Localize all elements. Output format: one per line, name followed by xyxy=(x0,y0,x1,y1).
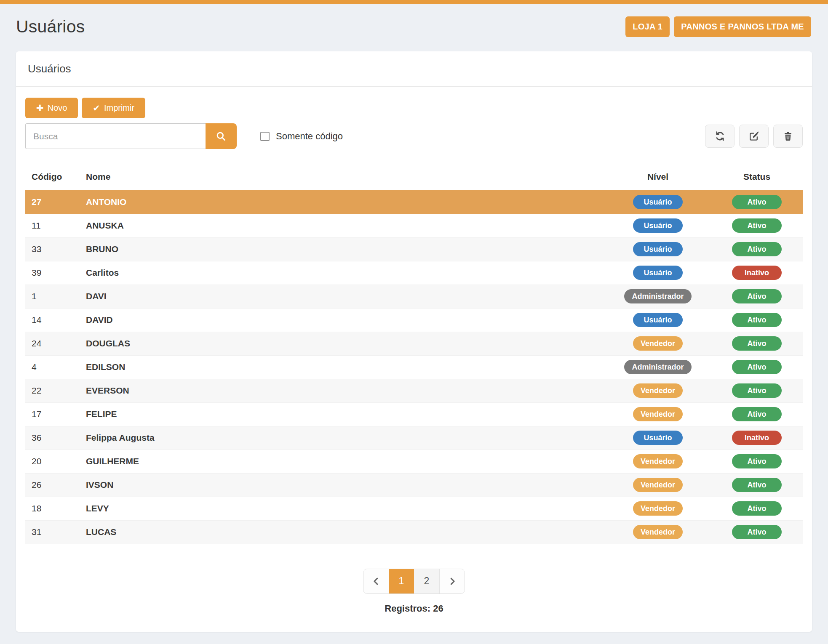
level-badge: Usuário xyxy=(633,242,683,256)
table-row[interactable]: 26 IVSON Vendedor Ativo xyxy=(25,473,803,497)
only-code-group: Somente código xyxy=(260,131,343,142)
print-button-label: Imprimir xyxy=(104,103,134,113)
user-code: 18 xyxy=(25,497,86,520)
delete-button[interactable] xyxy=(773,125,803,148)
card-title: Usuários xyxy=(16,51,812,87)
level-badge: Vendedor xyxy=(633,407,683,421)
icon-actions xyxy=(705,125,803,148)
trash-icon xyxy=(783,131,793,141)
check-icon: ✔ xyxy=(93,104,100,112)
user-name: GUILHERME xyxy=(86,450,605,473)
user-code: 20 xyxy=(25,450,86,473)
table-row[interactable]: 22 EVERSON Vendedor Ativo xyxy=(25,379,803,402)
search-icon xyxy=(216,131,227,142)
toolbar: ✚ Novo ✔ Imprimir xyxy=(25,98,803,118)
user-name: IVSON xyxy=(86,473,605,497)
status-badge: Ativo xyxy=(732,289,782,303)
users-card: Usuários ✚ Novo ✔ Imprimir xyxy=(16,51,812,632)
company-button[interactable]: PANNOS E PANNOS LTDA ME xyxy=(674,16,811,37)
page-title: Usuários xyxy=(16,17,85,37)
column-header-level: Nível xyxy=(605,167,711,190)
status-badge: Ativo xyxy=(732,218,782,233)
user-code: 31 xyxy=(25,520,86,544)
search-group xyxy=(25,123,237,149)
user-code: 36 xyxy=(25,426,86,450)
level-badge: Vendedor xyxy=(633,336,683,351)
page-header: Usuários LOJA 1 PANNOS E PANNOS LTDA ME xyxy=(0,4,828,51)
table-row[interactable]: 18 LEVY Vendedor Ativo xyxy=(25,497,803,520)
table-row[interactable]: 39 Carlitos Usuário Inativo xyxy=(25,261,803,285)
level-badge: Vendedor xyxy=(633,478,683,492)
table-row[interactable]: 33 BRUNO Usuário Ativo xyxy=(25,237,803,261)
new-button[interactable]: ✚ Novo xyxy=(25,98,78,118)
user-name: ANTONIO xyxy=(86,190,605,214)
top-accent-bar xyxy=(0,0,828,4)
level-badge: Usuário xyxy=(633,266,683,280)
user-code: 4 xyxy=(25,355,86,379)
table-row[interactable]: 11 ANUSKA Usuário Ativo xyxy=(25,214,803,237)
user-name: LUCAS xyxy=(86,520,605,544)
status-badge: Ativo xyxy=(732,383,782,398)
level-badge: Vendedor xyxy=(633,383,683,398)
level-badge: Usuário xyxy=(633,195,683,209)
card-body: ✚ Novo ✔ Imprimir xyxy=(16,87,812,614)
user-code: 1 xyxy=(25,285,86,308)
status-badge: Ativo xyxy=(732,242,782,256)
table-row[interactable]: 27 ANTONIO Usuário Ativo xyxy=(25,190,803,214)
edit-button[interactable] xyxy=(739,125,769,148)
table-row[interactable]: 17 FELIPE Vendedor Ativo xyxy=(25,402,803,426)
user-name: FELIPE xyxy=(86,402,605,426)
print-button[interactable]: ✔ Imprimir xyxy=(82,98,145,118)
level-badge: Vendedor xyxy=(633,525,683,539)
search-button[interactable] xyxy=(206,123,237,149)
pagination-page-2[interactable]: 2 xyxy=(414,569,439,593)
status-badge: Ativo xyxy=(732,313,782,327)
level-badge: Vendedor xyxy=(633,454,683,468)
user-name: DAVID xyxy=(86,308,605,332)
refresh-icon xyxy=(715,131,725,141)
only-code-checkbox[interactable] xyxy=(260,132,270,141)
table-row[interactable]: 31 LUCAS Vendedor Ativo xyxy=(25,520,803,544)
new-button-label: Novo xyxy=(48,103,67,113)
table-row[interactable]: 24 DOUGLAS Vendedor Ativo xyxy=(25,332,803,355)
level-badge: Usuário xyxy=(633,218,683,233)
column-header-status: Status xyxy=(711,167,803,190)
level-badge: Administrador xyxy=(624,360,691,374)
user-name: EDILSON xyxy=(86,355,605,379)
status-badge: Ativo xyxy=(732,407,782,421)
status-badge: Ativo xyxy=(732,454,782,468)
refresh-button[interactable] xyxy=(705,125,735,148)
user-name: EVERSON xyxy=(86,379,605,402)
user-name: DOUGLAS xyxy=(86,332,605,355)
status-badge: Ativo xyxy=(732,525,782,539)
user-code: 14 xyxy=(25,308,86,332)
table-row[interactable]: 14 DAVID Usuário Ativo xyxy=(25,308,803,332)
table-row[interactable]: 4 EDILSON Administrador Ativo xyxy=(25,355,803,379)
store-button[interactable]: LOJA 1 xyxy=(625,16,670,37)
pagination-next-button[interactable] xyxy=(439,569,465,593)
table-row[interactable]: 20 GUILHERME Vendedor Ativo xyxy=(25,450,803,473)
column-header-name: Nome xyxy=(86,167,605,190)
table-row[interactable]: 36 Felippa Augusta Usuário Inativo xyxy=(25,426,803,450)
plus-icon: ✚ xyxy=(36,104,44,112)
status-badge: Inativo xyxy=(732,431,782,445)
status-badge: Ativo xyxy=(732,478,782,492)
level-badge: Usuário xyxy=(633,431,683,445)
status-badge: Ativo xyxy=(732,336,782,351)
pagination-area: 12 Registros: 26 xyxy=(25,569,803,614)
pagination-page-1[interactable]: 1 xyxy=(389,569,414,593)
pagination: 12 xyxy=(363,569,465,594)
edit-icon xyxy=(749,131,759,141)
chevron-right-icon xyxy=(448,577,457,586)
status-badge: Inativo xyxy=(732,266,782,280)
level-badge: Vendedor xyxy=(633,501,683,516)
search-input[interactable] xyxy=(25,123,206,149)
status-badge: Ativo xyxy=(732,360,782,374)
level-badge: Administrador xyxy=(624,289,691,303)
pagination-prev-button[interactable] xyxy=(363,569,389,593)
user-code: 39 xyxy=(25,261,86,285)
user-name: Carlitos xyxy=(86,261,605,285)
user-name: ANUSKA xyxy=(86,214,605,237)
only-code-label: Somente código xyxy=(276,131,343,142)
table-row[interactable]: 1 DAVI Administrador Ativo xyxy=(25,285,803,308)
